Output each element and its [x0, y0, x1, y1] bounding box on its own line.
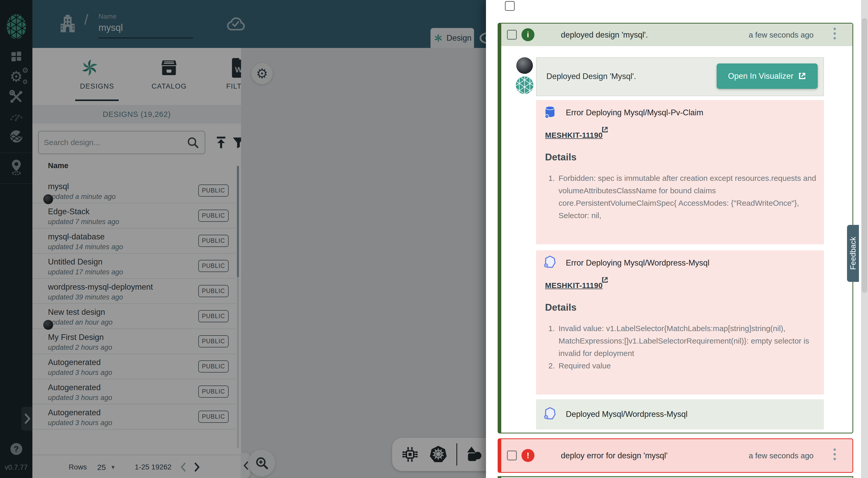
details-heading: Details: [545, 152, 577, 163]
deploy-summary-text: Deployed Design 'Mysql'.: [546, 72, 636, 81]
notification-menu-button[interactable]: [834, 448, 836, 460]
deployed-success-box: Deployed Mysql/Wordpress-Mysql: [536, 399, 824, 429]
notifications-drawer: i deployed design 'mysql'. a few seconds…: [486, 0, 868, 478]
deployed-success-text: Deployed Mysql/Wordpress-Mysql: [566, 410, 688, 419]
notification-title: deploy error for design 'mysql': [561, 451, 668, 460]
drawer-scrollbar-thumb[interactable]: [862, 18, 867, 293]
external-link-icon: [798, 72, 806, 81]
drawer-scrollbar-track[interactable]: [861, 0, 868, 478]
error-title: Error Deploying Mysql/Mysql-Pv-Claim: [566, 108, 704, 117]
notification-title: deployed design 'mysql'.: [561, 30, 648, 40]
notification-checkbox[interactable]: [507, 30, 517, 40]
next-notification-card-edge: [498, 476, 853, 478]
deploy-summary-box: Deployed Design 'Mysql'. Open In Visuali…: [536, 57, 824, 96]
deployment-icon: [543, 255, 557, 270]
notification-card-error[interactable]: ! deploy error for design 'mysql' a few …: [498, 438, 853, 473]
error-icon: !: [522, 449, 534, 462]
user-avatar: [516, 57, 533, 74]
meshkit-link[interactable]: MESHKIT-11190: [545, 281, 603, 290]
notification-card-deployed[interactable]: i deployed design 'mysql'. a few seconds…: [498, 23, 853, 434]
details-heading: Details: [545, 302, 577, 313]
error-title: Error Deploying Mysql/Wordpress-Mysql: [566, 258, 709, 267]
notification-checkbox[interactable]: [507, 450, 517, 460]
feedback-tab[interactable]: Feedback: [847, 225, 859, 282]
open-in-visualizer-button[interactable]: Open In Visualizer: [717, 63, 818, 89]
notification-menu-button[interactable]: [834, 28, 836, 39]
external-link-icon[interactable]: [601, 126, 609, 134]
error-detail-box: ? Error Deploying Mysql/Mysql-Pv-Claim M…: [536, 100, 824, 244]
meshkit-link[interactable]: MESHKIT-11190: [545, 131, 603, 140]
svg-text:?: ?: [546, 115, 548, 118]
external-link-icon[interactable]: [601, 276, 609, 284]
info-icon: i: [522, 28, 534, 41]
deployment-icon: [543, 407, 557, 421]
modal-dim-overlay[interactable]: [0, 0, 486, 478]
notification-header[interactable]: i deployed design 'mysql'. a few seconds…: [501, 24, 852, 46]
meshery-app: ⚙ ⚙ ⚙: [0, 0, 868, 478]
error-items: Forbidden: spec is immutable after creat…: [557, 172, 819, 222]
notification-checkbox[interactable]: [505, 1, 515, 11]
feedback-label: Feedback: [849, 237, 857, 270]
error-items: Invalid value: v1.LabelSelector{MatchLab…: [557, 322, 819, 372]
error-detail-box: Error Deploying Mysql/Wordpress-Mysql ME…: [536, 250, 824, 394]
notification-time: a few seconds ago: [741, 31, 813, 39]
notification-time: a few seconds ago: [741, 451, 813, 460]
pv-claim-icon: ?: [543, 105, 557, 119]
meshery-bot-avatar: [516, 76, 533, 94]
